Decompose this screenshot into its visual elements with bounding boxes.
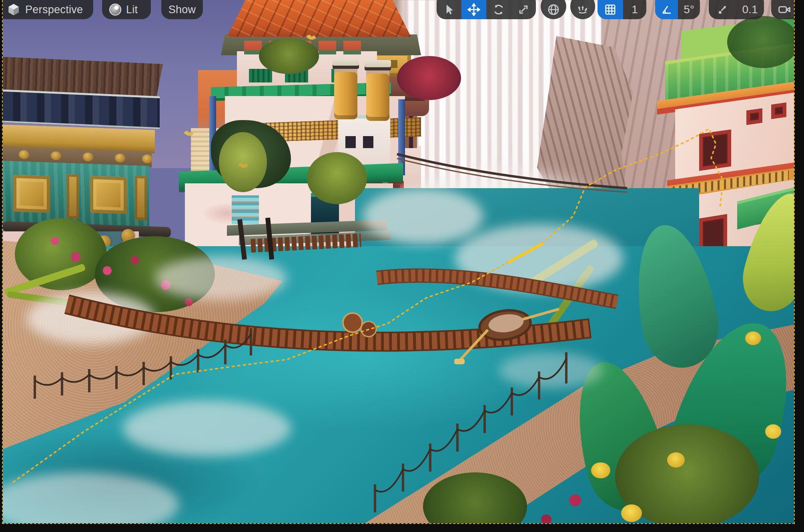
angle-snap-value[interactable]: 5° bbox=[678, 0, 700, 19]
editor-screen: Perspective Lit Show bbox=[0, 0, 804, 532]
barrel bbox=[343, 313, 362, 332]
scale-icon bbox=[517, 4, 529, 16]
perspective-label: Perspective bbox=[25, 4, 83, 16]
angle-icon bbox=[661, 4, 673, 16]
show-dropdown[interactable]: Show bbox=[161, 0, 203, 19]
lit-label: Lit bbox=[126, 4, 138, 16]
butterfly bbox=[184, 131, 193, 136]
angle-snap-toggle[interactable] bbox=[655, 0, 678, 19]
rotate-tool-button[interactable] bbox=[486, 0, 511, 19]
grid-icon bbox=[604, 4, 616, 16]
surface-snap-icon bbox=[576, 3, 589, 16]
scale-tool-button[interactable] bbox=[511, 0, 536, 19]
wooden-dock bbox=[251, 240, 361, 246]
move-arrows-icon bbox=[467, 3, 480, 16]
rope-fence-right bbox=[375, 352, 566, 512]
paddle bbox=[268, 218, 272, 259]
lit-dropdown[interactable]: Lit bbox=[102, 0, 151, 19]
scale-snap-icon bbox=[716, 4, 728, 16]
oar-blade bbox=[454, 359, 465, 364]
scale-snap-control: 0.1 bbox=[709, 0, 764, 19]
camera-icon bbox=[778, 3, 791, 16]
selection-outline-spline bbox=[13, 129, 723, 482]
scale-snap-value[interactable]: 0.1 bbox=[736, 0, 764, 19]
butterfly bbox=[306, 35, 316, 40]
select-tool-button[interactable] bbox=[437, 0, 461, 19]
angle-snap-control: 5° bbox=[655, 0, 700, 19]
grid-snap-control: 1 bbox=[597, 0, 646, 19]
sphere-icon bbox=[109, 4, 121, 16]
rope-line bbox=[397, 154, 627, 188]
cube-icon bbox=[7, 3, 20, 16]
scene-3d-view[interactable]: Perspective Lit Show bbox=[3, 0, 794, 523]
show-label: Show bbox=[168, 4, 196, 16]
grid-snap-value[interactable]: 1 bbox=[623, 0, 646, 19]
globe-icon bbox=[547, 3, 560, 16]
rotate-icon bbox=[493, 4, 505, 16]
move-tool-button[interactable] bbox=[461, 0, 486, 19]
scale-snap-toggle[interactable] bbox=[709, 0, 736, 19]
oar bbox=[522, 309, 559, 319]
perspective-dropdown[interactable]: Perspective bbox=[3, 0, 93, 19]
scene-overlay bbox=[3, 0, 794, 523]
camera-speed-control: 1 bbox=[771, 0, 794, 19]
transform-tools-group bbox=[437, 0, 536, 19]
camera-speed-button[interactable] bbox=[771, 0, 794, 19]
paddle bbox=[240, 219, 245, 259]
cursor-icon bbox=[443, 4, 455, 16]
grid-snap-toggle[interactable] bbox=[597, 0, 623, 19]
selection-outline-highlight bbox=[508, 243, 543, 263]
level-viewport: Perspective Lit Show bbox=[2, 0, 795, 524]
butterfly bbox=[238, 163, 248, 168]
